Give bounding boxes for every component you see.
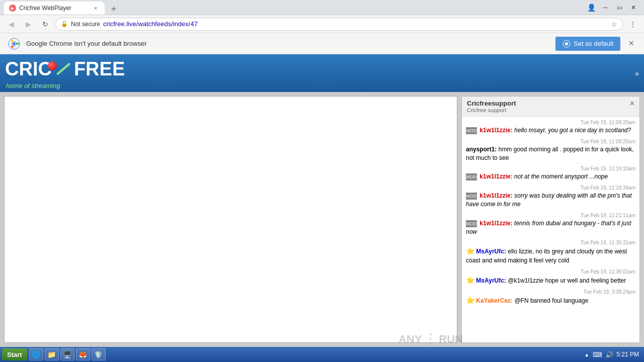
- chrome-small-icon: [562, 40, 571, 48]
- message-username: k1w1l1zzie:: [479, 192, 512, 199]
- tab-area: ▶ Cricfree WebPlayer × +: [4, 0, 585, 15]
- nav-bar: ◀ ▶ ↻ 🔓 Not secure cricfree.live/watchfe…: [0, 15, 644, 33]
- menu-button[interactable]: ⋮: [626, 17, 640, 31]
- taskbar-antivirus-icon[interactable]: 🛡️: [92, 348, 106, 360]
- not-secure-label: Not secure: [71, 21, 100, 28]
- list-item: Tue Feb 19, 11:35:31am⭐ MsAyrUfc: ello l…: [466, 240, 635, 264]
- message-timestamp: Tue Feb 19, 11:09:20am: [466, 139, 635, 144]
- message-username: anysport1:: [466, 146, 497, 153]
- list-item: Tue Feb 19, 11:36:02am⭐ MsAyrUfc: @k1w1l…: [466, 269, 635, 286]
- message-username: k1w1l1zzie:: [479, 127, 512, 134]
- emoji-icon: ⭐: [466, 276, 474, 284]
- message-content: ⭐ KaYakerCez: @FN banned foul language: [466, 296, 635, 306]
- minimize-button[interactable]: ─: [599, 3, 612, 13]
- logo-free: FREE: [74, 58, 125, 80]
- notification-message: Google Chrome isn't your default browser: [26, 40, 549, 47]
- video-player-area[interactable]: [4, 96, 457, 343]
- back-button[interactable]: ◀: [4, 17, 18, 31]
- message-username: KaYakerCez:: [476, 297, 513, 304]
- chat-header-titles: Cricfreesupport Cricfree support: [467, 100, 516, 113]
- emoji-icon: ⭐: [466, 296, 474, 304]
- new-tab-button[interactable]: +: [107, 4, 121, 15]
- tray-keyboard-icon: ⌨: [593, 351, 602, 358]
- chat-messages-area[interactable]: Tue Feb 19, 11:09:20amMOD k1w1l1zzie: he…: [462, 117, 639, 342]
- message-timestamp: Tue Feb 19, 11:19:10am: [466, 166, 635, 171]
- message-username: k1w1l1zzie:: [479, 220, 512, 227]
- emoji-icon: ⭐: [466, 247, 474, 255]
- taskbar-desktop-icon[interactable]: 🖥️: [60, 348, 74, 360]
- cricket-ball-icon: [48, 61, 57, 70]
- message-content: MOD k1w1l1zzie: hello msayr, you got a n…: [466, 126, 635, 135]
- start-button[interactable]: Start: [2, 348, 27, 360]
- message-timestamp: Tue Feb 19, 11:21:11am: [466, 213, 635, 218]
- notification-bar: Google Chrome isn't your default browser…: [0, 33, 644, 54]
- refresh-button[interactable]: ↻: [38, 17, 52, 31]
- list-item: Tue Feb 19, 11:09:20amanysport1: hmm goo…: [466, 139, 635, 162]
- bookmark-icon[interactable]: ☆: [611, 20, 617, 28]
- set-default-label: Set as default: [574, 40, 614, 47]
- tray-clock[interactable]: 5:21 PM: [616, 351, 639, 358]
- message-username: MsAyrUfc:: [476, 248, 506, 255]
- message-username: MsAyrUfc:: [476, 277, 506, 284]
- user-rank-icon: MOD: [466, 193, 477, 200]
- message-content: ⭐ MsAyrUfc: ello lizzie, no its grey and…: [466, 246, 635, 264]
- message-body: @k1w1l1zzie hope ur well and feeling bet…: [508, 277, 626, 284]
- url-text[interactable]: cricfree.live/watchfeeds/index/47: [103, 20, 608, 28]
- forward-button[interactable]: ▶: [21, 17, 35, 31]
- message-content: ⭐ MsAyrUfc: @k1w1l1zzie hope ur well and…: [466, 276, 635, 286]
- tab-close-button[interactable]: ×: [92, 4, 100, 12]
- window-controls: 👤 ─ ▭ ✕: [585, 3, 640, 13]
- lock-icon: 🔓: [61, 21, 68, 27]
- list-item: Tue Feb 19, 3:38:24pm⭐ KaYakerCez: @FN b…: [466, 289, 635, 306]
- logo-text: CRIC ⟋ FREE: [5, 57, 125, 81]
- svg-point-5: [565, 42, 568, 45]
- logo-tagline: home of streaming: [6, 82, 125, 89]
- list-item: Tue Feb 19, 11:21:11amMOD k1w1l1zzie: te…: [466, 213, 635, 236]
- message-body: not at the moment anysport ...nope: [514, 173, 608, 180]
- user-rank-icon: MOD: [466, 220, 477, 227]
- main-area: Cricfreesupport Cricfree support × Tue F…: [0, 92, 644, 347]
- message-username: k1w1l1zzie:: [479, 173, 512, 180]
- list-item: Tue Feb 19, 11:09:20amMOD k1w1l1zzie: he…: [466, 120, 635, 135]
- notification-close-button[interactable]: ×: [626, 38, 636, 49]
- chat-subtitle: Cricfree support: [467, 107, 516, 113]
- tab-favicon: ▶: [9, 5, 16, 12]
- message-timestamp: Tue Feb 19, 11:36:02am: [466, 269, 635, 275]
- user-rank-icon: MOD: [466, 173, 477, 180]
- user-rank-icon: MOD: [466, 127, 477, 134]
- active-tab[interactable]: ▶ Cricfree WebPlayer ×: [4, 2, 105, 15]
- chat-header: Cricfreesupport Cricfree support ×: [462, 97, 639, 117]
- tray-speaker-icon[interactable]: 🔊: [605, 351, 613, 358]
- message-timestamp: Tue Feb 19, 11:19:34am: [466, 185, 635, 191]
- address-bar[interactable]: 🔓 Not secure cricfree.live/watchfeeds/in…: [55, 18, 623, 31]
- taskbar-items: 🌐 📁 🖥️ 🦊 🛡️: [29, 348, 579, 360]
- taskbar-tray: ▲ ⌨ 🔊 5:21 PM: [581, 351, 642, 358]
- header-toggle-button[interactable]: »: [635, 69, 639, 77]
- tray-expand-button[interactable]: ▲: [584, 351, 590, 358]
- site-header: CRIC ⟋ FREE home of streaming »: [0, 54, 644, 92]
- list-item: Tue Feb 19, 11:19:34amMOD k1w1l1zzie: so…: [466, 185, 635, 209]
- user-icon[interactable]: 👤: [585, 3, 598, 13]
- page-content: CRIC ⟋ FREE home of streaming » Cricfree…: [0, 54, 644, 347]
- chrome-logo-icon: [8, 38, 20, 50]
- svg-point-3: [13, 42, 16, 45]
- taskbar-folder-icon[interactable]: 📁: [45, 348, 59, 360]
- message-content: MOD k1w1l1zzie: tennis from dubai and hu…: [466, 219, 635, 236]
- taskbar: Start 🌐 📁 🖥️ 🦊 🛡️ ▲ ⌨ 🔊 5:21 PM: [0, 347, 644, 362]
- message-timestamp: Tue Feb 19, 11:09:20am: [466, 120, 635, 125]
- maximize-button[interactable]: ▭: [613, 3, 626, 13]
- message-timestamp: Tue Feb 19, 11:35:31am: [466, 240, 635, 245]
- chat-title: Cricfreesupport: [467, 100, 516, 107]
- message-content: MOD k1w1l1zzie: sorry was busy dealing w…: [466, 192, 635, 209]
- tray-time: 5:21 PM: [616, 351, 639, 358]
- title-bar: ▶ Cricfree WebPlayer × + 👤 ─ ▭ ✕: [0, 0, 644, 15]
- set-default-button[interactable]: Set as default: [555, 37, 621, 51]
- taskbar-ie-icon[interactable]: 🌐: [29, 348, 43, 360]
- message-timestamp: Tue Feb 19, 3:38:24pm: [466, 289, 635, 295]
- message-content: MOD k1w1l1zzie: not at the moment anyspo…: [466, 172, 635, 181]
- chat-close-button[interactable]: ×: [630, 100, 634, 108]
- message-body: hello msayr, you got a nice day in scotl…: [514, 127, 631, 134]
- message-content: anysport1: hmm good morning all . popped…: [466, 145, 635, 162]
- close-button[interactable]: ✕: [627, 3, 640, 13]
- taskbar-firefox-icon[interactable]: 🦊: [76, 348, 90, 360]
